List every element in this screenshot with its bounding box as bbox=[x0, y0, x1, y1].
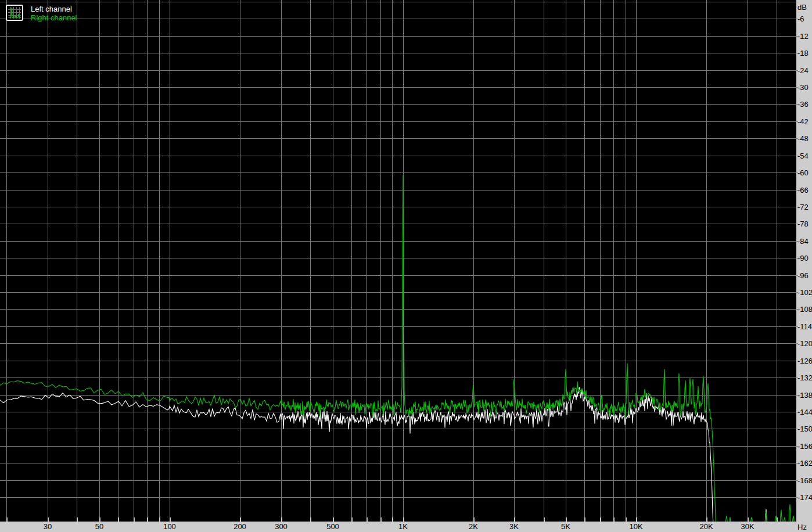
y-axis-label: -162 bbox=[797, 459, 812, 467]
legend-label-right-channel: Right channel bbox=[31, 14, 77, 21]
y-axis-label: -48 bbox=[797, 135, 809, 142]
y-axis-label: -156 bbox=[797, 443, 812, 450]
x-axis-label: 200 bbox=[233, 523, 246, 530]
y-axis-label: dB bbox=[797, 3, 807, 11]
y-axis-label: -138 bbox=[797, 391, 812, 399]
y-axis-label: -90 bbox=[797, 254, 809, 262]
y-axis-label: -24 bbox=[797, 67, 809, 74]
x-axis-label: 300 bbox=[275, 523, 288, 530]
y-axis-label: -168 bbox=[797, 477, 812, 484]
y-axis-label: -174 bbox=[797, 494, 812, 501]
x-axis-bar: 30501002003005001K2K3K5K10K20K30K bbox=[0, 522, 812, 532]
spectrum-thumbnail-icon bbox=[6, 5, 23, 21]
y-axis-label: -132 bbox=[797, 374, 812, 382]
y-axis-label: -96 bbox=[797, 272, 809, 279]
y-axis-label: -114 bbox=[797, 323, 812, 330]
y-axis-label: -102 bbox=[797, 289, 812, 296]
x-axis-label: 5K bbox=[561, 523, 570, 530]
y-axis-strip: dB-6-12-18-24-30-36-42-48-54-60-66-72-78… bbox=[796, 0, 812, 532]
x-axis-label: 1K bbox=[398, 523, 408, 530]
spectrum-analyzer-window: 30501002003005001K2K3K5K10K20K30K dB-6-1… bbox=[0, 0, 812, 532]
y-axis-label: -126 bbox=[797, 357, 812, 365]
y-axis-label: -66 bbox=[797, 186, 809, 194]
x-axis-label: 10K bbox=[629, 523, 642, 530]
x-axis-label: 3K bbox=[509, 523, 519, 530]
y-axis-label: -84 bbox=[797, 238, 809, 245]
y-axis-label: -36 bbox=[797, 100, 809, 108]
x-axis-label: 30K bbox=[741, 523, 754, 530]
legend-label-left-channel: Left channel bbox=[31, 5, 72, 13]
gridlines bbox=[0, 0, 796, 522]
y-axis-label: -108 bbox=[797, 305, 812, 313]
y-axis-tick bbox=[796, 2, 798, 2]
y-axis-label: -6 bbox=[797, 15, 804, 23]
y-axis-label: -150 bbox=[797, 425, 812, 433]
y-axis-label: -18 bbox=[797, 49, 809, 57]
x-axis-label: 2K bbox=[469, 523, 478, 530]
left-channel-trace bbox=[0, 387, 796, 529]
y-axis-label: -72 bbox=[797, 203, 809, 211]
y-axis-label: -42 bbox=[797, 118, 809, 125]
x-axis-unit-label: Hz bbox=[797, 523, 807, 531]
x-axis-ticks bbox=[7, 517, 777, 522]
x-axis-label: 20K bbox=[699, 523, 713, 530]
x-axis-label: 100 bbox=[163, 523, 176, 530]
y-axis-label: -78 bbox=[797, 220, 809, 228]
y-axis-label: -12 bbox=[797, 33, 809, 40]
traces bbox=[0, 175, 796, 529]
y-axis-label: -54 bbox=[797, 152, 809, 160]
x-axis-label: 50 bbox=[95, 523, 103, 530]
y-axis-label: -30 bbox=[797, 84, 809, 91]
right-channel-trace bbox=[0, 175, 796, 528]
y-axis-label: -144 bbox=[797, 408, 812, 416]
y-axis-label: -120 bbox=[797, 340, 812, 347]
x-axis-label: 500 bbox=[326, 523, 339, 530]
spectrum-chart bbox=[0, 0, 812, 532]
x-axis-label: 30 bbox=[44, 523, 52, 530]
y-axis-label: -60 bbox=[797, 169, 809, 177]
